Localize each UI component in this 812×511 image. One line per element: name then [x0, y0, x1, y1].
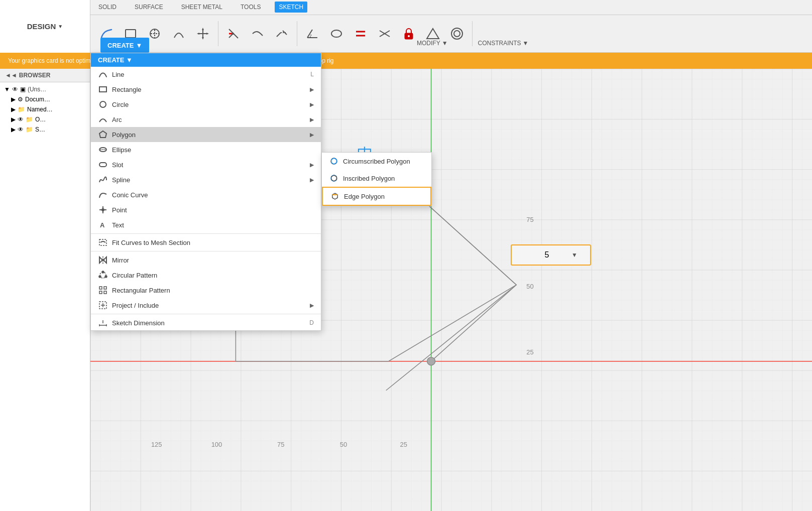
- parallel-icon-btn[interactable]: [374, 20, 396, 47]
- svg-rect-62: [99, 287, 102, 289]
- sides-input-field[interactable]: 5: [524, 250, 569, 260]
- polygon-submenu-arrow: ▶: [310, 132, 314, 138]
- svg-text:A: A: [100, 221, 105, 229]
- point-icon: [98, 205, 108, 215]
- menu-item-sketch-dimension[interactable]: Sketch Dimension D: [91, 315, 321, 330]
- sketch-dimension-icon: [98, 318, 108, 328]
- trim-icon-btn[interactable]: [222, 20, 245, 47]
- tab-tools[interactable]: TOOLS: [237, 2, 265, 13]
- text-icon: A: [98, 220, 108, 230]
- svg-line-13: [307, 30, 312, 38]
- svg-rect-65: [104, 291, 106, 294]
- submenu-edge-polygon[interactable]: Edge Polygon: [322, 187, 431, 206]
- tab-solid[interactable]: SOLID: [94, 2, 121, 13]
- mirror-icon: [98, 255, 108, 265]
- tab-sheet-metal[interactable]: SHEET METAL: [177, 2, 226, 13]
- slot-icon: [98, 160, 108, 170]
- polygon-submenu: Circumscribed Polygon Inscribed Polygon …: [321, 152, 432, 206]
- menu-item-slot[interactable]: Slot ▶: [91, 157, 321, 172]
- menu-item-polygon[interactable]: Polygon ▶: [91, 127, 321, 142]
- rectangle-submenu-arrow: ▶: [310, 86, 314, 93]
- menu-item-point[interactable]: Point: [91, 202, 321, 217]
- browser-label: BROWSER: [19, 72, 51, 79]
- menu-item-rectangular-pattern[interactable]: Rectangular Pattern: [91, 283, 321, 298]
- slot-submenu-arrow: ▶: [310, 162, 314, 168]
- svg-marker-6: [197, 33, 199, 35]
- browser-item-sketches[interactable]: ▶ 👁 📁 S…: [0, 124, 90, 135]
- item-label: (Uns…: [28, 86, 46, 93]
- svg-text:75: 75: [277, 441, 284, 448]
- svg-rect-44: [99, 87, 106, 92]
- svg-marker-46: [99, 131, 106, 138]
- design-button[interactable]: DESIGN ▼: [0, 0, 90, 53]
- design-arrow: ▼: [58, 24, 63, 29]
- line-icon: [98, 69, 108, 79]
- canvas-sides-input[interactable]: 5 ▼: [511, 244, 591, 266]
- menu-item-project-include[interactable]: Project / Include ▶: [91, 298, 321, 313]
- svg-text:50: 50: [340, 441, 347, 448]
- ellipse-icon: [98, 145, 108, 155]
- item-label: S…: [35, 126, 45, 133]
- oval-icon-btn[interactable]: [325, 20, 347, 47]
- browser-item-origin[interactable]: ▶ 👁 📁 O…: [0, 114, 90, 124]
- menu-item-conic[interactable]: Conic Curve: [91, 187, 321, 202]
- svg-line-9: [277, 33, 281, 37]
- sketch-move-icon-btn[interactable]: [192, 20, 214, 47]
- svg-rect-64: [99, 291, 102, 294]
- constraints-btn[interactable]: CONSTRAINTS ▼: [473, 38, 534, 49]
- angle-icon-btn[interactable]: [301, 20, 323, 47]
- extend-icon-btn[interactable]: [247, 20, 269, 47]
- svg-marker-77: [332, 193, 337, 199]
- svg-marker-4: [202, 28, 204, 30]
- svg-rect-63: [104, 287, 106, 289]
- browser-item-named-views[interactable]: ▶ 📁 Named…: [0, 104, 90, 114]
- svg-point-23: [454, 31, 460, 37]
- menu-item-arc[interactable]: Arc ▶: [91, 112, 321, 127]
- menu-item-mirror[interactable]: Mirror: [91, 252, 321, 268]
- menu-item-rectangle[interactable]: Rectangle ▶: [91, 82, 321, 97]
- equal-icon-btn[interactable]: [350, 20, 372, 47]
- menu-item-fit-curves[interactable]: Fit Curves to Mesh Section: [91, 235, 321, 250]
- menu-item-line[interactable]: Line L: [91, 67, 321, 82]
- svg-point-43: [427, 357, 435, 365]
- box-icon: ▣: [20, 86, 26, 93]
- svg-text:25: 25: [400, 441, 407, 448]
- project-submenu-arrow: ▶: [310, 302, 314, 309]
- expand-icon: ▶: [11, 126, 16, 133]
- input-dropdown-arrow[interactable]: ▼: [571, 251, 577, 259]
- svg-point-61: [99, 276, 101, 278]
- circumscribed-icon: [329, 156, 339, 166]
- menu-item-circular-pattern[interactable]: Circular Pattern: [91, 268, 321, 283]
- gear-icon: ⚙: [18, 96, 23, 103]
- eye-icon-2[interactable]: 👁: [18, 116, 24, 123]
- break-icon-btn[interactable]: [271, 20, 293, 47]
- tab-surface[interactable]: SURFACE: [131, 2, 167, 13]
- svg-point-60: [105, 276, 107, 278]
- tab-sketch[interactable]: SKETCH: [275, 2, 307, 13]
- svg-marker-7: [206, 33, 209, 35]
- create-menu-button[interactable]: CREATE ▼: [100, 38, 149, 53]
- circle-icon: [98, 99, 108, 109]
- browser-item-document[interactable]: ▶ ⚙ Docum…: [0, 94, 90, 104]
- submenu-inscribed-polygon[interactable]: Inscribed Polygon: [322, 170, 431, 187]
- menu-item-text[interactable]: A Text: [91, 217, 321, 232]
- svg-text:50: 50: [526, 283, 533, 290]
- menu-item-spline[interactable]: Spline ▶: [91, 172, 321, 187]
- eye-icon[interactable]: 👁: [12, 86, 18, 93]
- browser-item-unsaved[interactable]: ▼ 👁 ▣ (Uns…: [0, 84, 90, 94]
- eye-icon-3[interactable]: 👁: [18, 126, 24, 133]
- svg-marker-74: [331, 158, 336, 164]
- project-include-icon: [98, 300, 108, 310]
- menu-item-circle[interactable]: Circle ▶: [91, 97, 321, 112]
- menu-item-ellipse[interactable]: Ellipse: [91, 142, 321, 157]
- svg-point-8: [232, 33, 234, 35]
- modify-btn[interactable]: MODIFY ▼: [412, 38, 453, 49]
- browser-header[interactable]: ◄◄ BROWSER: [0, 69, 90, 82]
- inscribed-icon: [329, 173, 339, 183]
- rectangle-icon: [98, 84, 108, 94]
- expand-icon: ▶: [11, 116, 16, 123]
- submenu-circumscribed-polygon[interactable]: Circumscribed Polygon: [322, 153, 431, 170]
- sketch-arc-icon-btn[interactable]: [168, 20, 190, 47]
- edge-polygon-icon: [330, 191, 340, 201]
- folder-icon-2: 📁: [26, 116, 33, 123]
